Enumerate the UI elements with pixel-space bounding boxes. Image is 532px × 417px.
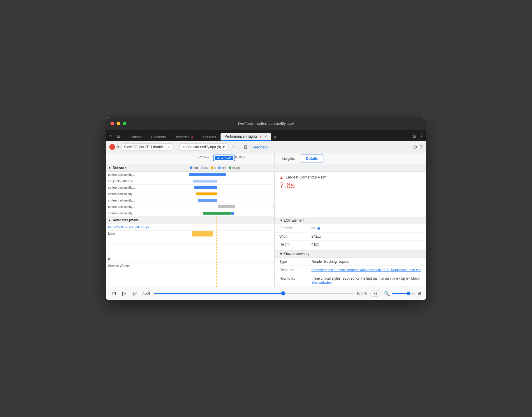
net-bar-row-5: ›: [187, 204, 274, 210]
renderer-tl-row-5: [187, 256, 274, 263]
toolbar-actions: ↑ ↓ 🗑: [231, 144, 249, 150]
net-row-4: coffee-cart.netlify...: [106, 197, 187, 204]
cursor-icon[interactable]: ↖: [108, 133, 114, 139]
title-bar: DevTools - coffee-cart.netlify.app/: [106, 117, 426, 130]
legend-css: css: [201, 166, 208, 169]
device-toggle-icon[interactable]: ⊡: [116, 133, 121, 139]
network-throttle-select[interactable]: Slow 3G, No CPU throttling ▾: [121, 143, 172, 150]
net-bar-row-1: [187, 178, 274, 185]
see-webdev-link[interactable]: See web.dev: [311, 281, 332, 285]
renderer-tl-row-2: [187, 237, 274, 243]
renderer-sw-row: Service Worker: [106, 263, 187, 269]
resource-url-link[interactable]: https://cdnjs.cloudflare.com/ajax/libs/n…: [311, 268, 421, 272]
width-detail-row: Width 242px: [275, 233, 426, 241]
network-section-title: ▼ Network: [106, 166, 187, 170]
settings-gear-icon[interactable]: ⚙: [412, 134, 416, 139]
net-label-4: coffee-cart.netlify...: [106, 199, 187, 202]
net-bar-row-2: [187, 185, 274, 191]
lcp-badge-container: ▲ ▲ LCP: [213, 155, 235, 161]
renderer-link-row: https://coffee-cart.netlify.app/: [106, 224, 187, 231]
tab-recorder[interactable]: Recorder 🔺: [170, 133, 198, 141]
net-bar-row-0: [187, 172, 274, 178]
screenshot-icon[interactable]: ⊡: [110, 291, 117, 296]
delete-icon[interactable]: 🗑: [243, 144, 249, 150]
download-icon[interactable]: ↓: [237, 144, 241, 150]
net-row-1: cdnjs.cloudflare.c...: [106, 178, 187, 185]
renderer-section-placeholder: ▼ Renderer (main) https://coffee-cart.ne…: [106, 217, 187, 287]
net-label-5: coffee-cart.netlify...: [106, 205, 187, 208]
playback-slider[interactable]: [154, 293, 353, 294]
upload-icon[interactable]: ↑: [231, 144, 235, 150]
network-collapse-icon[interactable]: ▼: [108, 166, 111, 169]
settings-icon[interactable]: ⚙: [413, 144, 417, 150]
record-button[interactable]: [109, 144, 115, 150]
zoom-in-icon[interactable]: ⊕: [418, 291, 422, 296]
net-bar-row-6: [187, 210, 274, 217]
element-detail-row: Element h4 ⊕: [275, 224, 426, 233]
details-tab-btn[interactable]: Details: [301, 155, 324, 162]
net-bar-row-4: [187, 197, 274, 204]
record-dropdown[interactable]: ▾: [117, 145, 119, 149]
ruler-mark-7200: 7,200ms: [198, 156, 209, 159]
tab-bar-right-icons: ⚙ ⋮: [412, 134, 424, 141]
renderer-tl-row-6: [187, 263, 274, 269]
legend-js: js: [211, 166, 216, 169]
renderer-hdr-spacer: [187, 217, 274, 224]
more-options-icon[interactable]: ⋮: [419, 134, 424, 139]
net-label-6: coffee-cart.netlify...: [106, 211, 187, 215]
net-label-1: cdnjs.cloudflare.c...: [106, 179, 187, 183]
tab-sources[interactable]: Sources: [199, 133, 220, 141]
details-lcp-area: ▲ Largest Contentful Paint 7.6s: [275, 172, 426, 217]
minimize-button[interactable]: [117, 122, 120, 125]
play-button[interactable]: ▷: [121, 290, 128, 297]
network-section-header: ▼ Network html css js font: [106, 164, 426, 172]
playback-thumb[interactable]: [281, 291, 285, 295]
tab-performance-insights[interactable]: Performance insights 🔺 ✕: [221, 133, 271, 141]
renderer-collapse-icon[interactable]: ▼: [108, 219, 111, 222]
zoom-thumb[interactable]: [407, 292, 410, 295]
net-row-0: coffee-cart.netlify...: [106, 172, 187, 178]
zoom-slider[interactable]: [392, 293, 415, 294]
legend-css-dot: [201, 167, 203, 169]
toolbar-right-icons: ⚙ ?: [413, 144, 423, 150]
lcp-header: ▲ Largest Contentful Paint: [275, 172, 426, 181]
help-icon[interactable]: ?: [420, 144, 423, 150]
tab-elements[interactable]: Elements: [147, 133, 170, 141]
playback-speed[interactable]: x1: [370, 290, 380, 297]
window-title: DevTools - coffee-cart.netlify.app/: [238, 121, 294, 126]
url-select[interactable]: coffee-cart.netlify.app (9) ▾: [179, 143, 228, 150]
lcp-badge: ▲ ▲ LCP: [215, 156, 233, 160]
playback-zoom: 🔍 ⊕: [384, 291, 422, 296]
renderer-url-link[interactable]: https://coffee-cart.netlify.app/: [108, 225, 149, 229]
playback-end-time: 10.57s: [356, 291, 367, 295]
tab-console[interactable]: Console: [126, 133, 147, 141]
lcp-element-section: ▼ LCP Element: [275, 217, 426, 224]
tab-close-icon[interactable]: ✕: [265, 135, 267, 138]
net-row-3: coffee-cart.netlify...: [106, 191, 187, 197]
inspect-element-icon[interactable]: ⊕: [317, 226, 320, 231]
throttle-dropdown-arrow: ▾: [168, 146, 170, 149]
feedback-link[interactable]: Feedback: [252, 145, 268, 149]
tab-bar: ↖ ⊡ Console Elements Recorder 🔺 Sources …: [106, 130, 426, 141]
type-value: Render blocking request: [311, 260, 349, 264]
close-button[interactable]: [110, 122, 114, 125]
network-timeline: ›: [187, 172, 275, 217]
lcp-warning-icon: ▲: [217, 156, 220, 159]
maximize-button[interactable]: [123, 122, 126, 125]
lcp-warning-triangle: ▲: [279, 175, 283, 180]
net-bar-4: [198, 199, 217, 202]
legend-image: image: [229, 166, 240, 169]
skip-to-start-button[interactable]: |◁: [131, 291, 138, 296]
net-bar-6: [203, 212, 231, 215]
insights-tab-btn[interactable]: Insights: [277, 155, 300, 162]
lcp-value: 7.6s: [275, 181, 426, 192]
zoom-out-icon[interactable]: 🔍: [384, 291, 390, 296]
more-tabs-icon[interactable]: »: [272, 133, 279, 141]
slowed-section: ▼ Slowed down by: [275, 250, 426, 258]
type-detail-row: Type Render blocking request: [275, 258, 426, 266]
net-row-5: coffee-cart.netlify...: [106, 204, 187, 210]
height-detail-row: Height 41px: [275, 241, 426, 248]
renderer-tl-row-3: [187, 243, 274, 250]
lcp-label: ▲ LCP: [221, 156, 231, 160]
expand-arrow-icon[interactable]: ›: [273, 205, 274, 209]
